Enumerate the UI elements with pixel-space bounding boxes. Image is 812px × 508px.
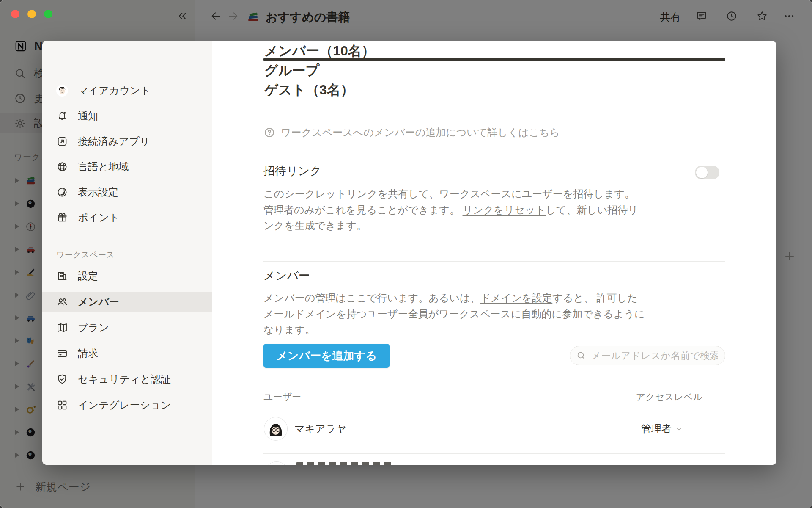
settings-sidebar-item[interactable]: 通知 xyxy=(42,106,212,126)
add-member-button[interactable]: メンバーを追加する xyxy=(263,344,390,368)
grid-icon xyxy=(56,399,68,411)
chevron-down-icon xyxy=(675,425,683,433)
window-controls xyxy=(11,10,52,18)
settings-sidebar-item[interactable]: ポイント xyxy=(42,208,212,227)
member-avatar xyxy=(264,417,287,440)
external-icon xyxy=(56,135,68,147)
settings-modal: マイアカウント 通知 接続済みアプリ 言語と地域 表示設定 xyxy=(42,41,776,465)
settings-sidebar-item[interactable]: インテグレーション xyxy=(42,395,212,415)
tab[interactable]: メンバー（10名） xyxy=(263,41,725,61)
settings-sidebar-item[interactable]: 接続済みアプリ xyxy=(42,132,212,151)
tab-bar xyxy=(263,78,725,111)
search-icon xyxy=(576,351,586,361)
set-domain-link[interactable]: ドメインを設定 xyxy=(480,292,552,304)
bell-icon xyxy=(56,110,68,122)
shield-icon xyxy=(56,373,68,385)
settings-sidebar-item[interactable]: 表示設定 xyxy=(42,182,212,202)
settings-sidebar-item[interactable]: プラン xyxy=(42,318,212,337)
workspace-section-header: ワークスペース xyxy=(56,249,115,260)
toggle-knob xyxy=(696,167,708,178)
members-description: メンバーの管理はここで行います。あるいは、ドメインを設定すると、 許可したメール… xyxy=(263,290,647,338)
settings-sidebar-item[interactable]: 言語と地域 xyxy=(42,157,212,177)
help-link[interactable]: ワークスペースへのメンバーの追加について詳しくはこちら xyxy=(263,126,560,139)
settings-sidebar-item[interactable]: マイアカウント xyxy=(42,81,212,100)
close-window-button[interactable] xyxy=(11,10,19,18)
settings-sidebar: マイアカウント 通知 接続済みアプリ 言語と地域 表示設定 xyxy=(42,41,212,465)
invite-link-description: このシークレットリンクを共有して、ワークスペースにユーザーを招待します。管理者の… xyxy=(263,186,644,234)
zoom-window-button[interactable] xyxy=(44,10,52,18)
partial-member-row xyxy=(263,462,725,465)
members-title: メンバー xyxy=(263,268,310,283)
section-divider xyxy=(263,261,725,262)
member-row: マキアラヤ 管理者 xyxy=(263,417,725,440)
user-column-header: ユーザー xyxy=(263,391,301,403)
clipped-text xyxy=(296,462,393,465)
member-search-input[interactable] xyxy=(590,350,719,362)
access-column-header: アクセスレベル xyxy=(636,391,702,403)
question-circle-icon xyxy=(263,127,275,138)
globe-icon xyxy=(56,161,68,173)
tab[interactable]: グループ xyxy=(263,61,725,80)
users-icon xyxy=(56,296,68,308)
row-divider xyxy=(263,453,725,454)
settings-content: メンバー（10名）グループゲスト（3名） ワークスペースへのメンバーの追加につい… xyxy=(212,41,776,465)
invite-link-toggle[interactable] xyxy=(695,166,719,179)
app-window: おすすめの書籍 共有 N 検索 更新 設定 ワークスペース xyxy=(0,0,812,508)
moon-icon xyxy=(56,186,68,198)
member-name: マキアラヤ xyxy=(294,422,346,436)
table-divider xyxy=(263,409,725,409)
member-avatar xyxy=(265,462,288,465)
member-search[interactable] xyxy=(570,346,725,365)
settings-sidebar-item[interactable]: メンバー xyxy=(42,292,212,312)
settings-sidebar-item[interactable]: 請求 xyxy=(42,344,212,363)
settings-sidebar-item[interactable]: セキュリティと認証 xyxy=(42,370,212,389)
card-icon xyxy=(56,348,68,359)
building-icon xyxy=(56,270,68,282)
member-role-dropdown[interactable]: 管理者 xyxy=(641,422,683,436)
map-icon xyxy=(56,322,68,334)
reset-link[interactable]: リンクをリセット xyxy=(463,204,546,215)
invite-link-title: 招待リンク xyxy=(263,163,321,179)
settings-sidebar-item[interactable]: 設定 xyxy=(42,266,212,286)
avatar-man-icon xyxy=(56,85,68,97)
gift-icon xyxy=(56,212,68,224)
minimize-window-button[interactable] xyxy=(27,10,36,18)
